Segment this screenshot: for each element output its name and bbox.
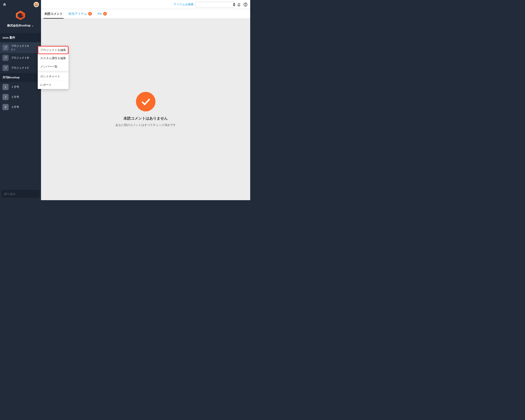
sidebar-item-project-b[interactable]: プ プロジェクトB [0,53,41,63]
empty-check-icon [136,92,155,111]
notifications-button[interactable] [237,2,241,7]
brushup-logo-icon [15,11,26,20]
menu-gantt-chart[interactable]: ガントチャート [38,72,68,81]
topbar: アイテムを検索 [41,0,250,9]
chevron-down-icon: ⌄ [31,24,34,27]
svg-point-3 [245,5,245,5]
tab-label: Pin [98,12,102,15]
sidebar-item-label: ２月号 [11,95,19,99]
help-icon [243,2,248,7]
project-badge: 1 [2,84,9,90]
user-avatar[interactable] [34,2,39,7]
sidebar-item-mar[interactable]: 3 ３月号 [0,102,41,112]
check-icon [140,96,151,107]
sidebar-item-project-c[interactable]: プ プロジェクトC [0,63,41,73]
main: アイテムを検索 [41,0,250,200]
empty-title: 未読コメントはありません [115,116,176,121]
menu-edit-project[interactable]: プロジェクトを編集 [38,46,68,54]
sidebar-item-feb[interactable]: 2 ２月号 [0,92,41,102]
project-context-menu: プロジェクトを編集 カスタム属性を編集 メンバー一覧 ガントチャート レポート [38,46,68,89]
tab-count-badge: 1 [103,12,107,16]
project-badge: プ [2,45,9,51]
tab-pin[interactable]: Pin 1 [98,9,107,19]
close-icon [233,3,235,5]
sidebar-item-label: ３月号 [11,105,19,109]
tab-unread-comments[interactable]: 未読コメント [44,9,63,19]
group-header-monthly[interactable]: 月刊Brushup [0,73,41,82]
sidebar-item-project-a[interactable]: プ プロジェクトA 2 [0,42,41,53]
sidebar-item-label: プロジェクトA [11,44,29,48]
tab-count-badge: 2 [88,12,92,16]
sidebar: 株式会社Brushup ⌄ xxxx 案件 プ プロジェクトA 2 [0,0,41,200]
project-badge: 2 [2,94,9,100]
empty-subtitle: あなた宛のコメントはすべてチェック済みです [115,123,176,127]
org-name: 株式会社Brushup [7,24,30,28]
org-switcher[interactable]: 株式会社Brushup ⌄ [7,24,34,28]
item-sub-count: 2 [14,48,15,51]
menu-edit-custom-attributes[interactable]: カスタム属性を編集 [38,54,68,63]
help-button[interactable] [243,2,248,7]
filter-input[interactable] [2,190,39,198]
empty-state: 未読コメントはありません あなた宛のコメントはすべてチェック済みです [115,92,176,127]
clear-search-button[interactable] [233,3,235,6]
home-icon [2,2,7,7]
sidebar-item-label: １月号 [11,85,19,89]
group-header-anken[interactable]: xxxx 案件 [0,33,41,42]
project-badge: プ [2,55,9,61]
sidebar-item-jan[interactable]: 1 １月号 [0,82,41,92]
search-box[interactable] [196,2,234,7]
search-input[interactable] [197,3,233,6]
project-badge: 3 [2,104,9,110]
sidebar-nav: xxxx 案件 プ プロジェクトA 2 プ プロジェクトB [0,33,41,188]
tab-label: 担当アイテム [68,12,87,16]
home-button[interactable] [2,2,7,7]
sidebar-item-label: プロジェクトB [11,56,29,60]
search-link[interactable]: アイテムを検索 [173,3,194,6]
checkbox-icon [11,49,13,51]
sidebar-item-label: プロジェクトC [11,66,29,70]
tab-assigned-items[interactable]: 担当アイテム 2 [68,9,92,19]
menu-separator [38,71,68,72]
bell-icon [237,2,241,7]
project-badge: プ [2,65,9,71]
content-area: 未読コメントはありません あなた宛のコメントはすべてチェック済みです [41,19,250,200]
menu-members-list[interactable]: メンバー一覧 [38,63,68,71]
tab-label: 未読コメント [44,12,63,16]
tabs: 未読コメント 担当アイテム 2 Pin 1 [41,9,250,19]
menu-report[interactable]: レポート [38,81,68,89]
